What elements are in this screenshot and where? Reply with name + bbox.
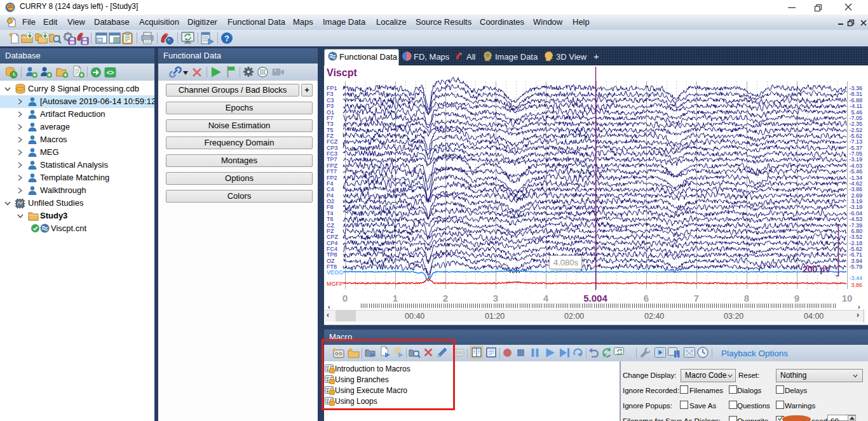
svg-text:4: 4 [543, 293, 549, 304]
svg-text:4.080s: 4.080s [553, 258, 579, 267]
svg-text:1: 1 [393, 293, 398, 304]
svg-text:3: 3 [493, 293, 498, 304]
svg-text:VEOG: VEOG [327, 269, 343, 276]
svg-text:10: 10 [842, 293, 853, 304]
svg-text:<>: <> [107, 69, 114, 76]
svg-text:?: ? [224, 34, 229, 43]
svg-text:200 µV: 200 µV [803, 264, 831, 274]
svg-text:0: 0 [342, 293, 348, 304]
svg-text:5.004: 5.004 [583, 293, 607, 304]
svg-text:‹: ‹ [328, 303, 330, 310]
svg-text:-5.79: -5.79 [849, 264, 862, 270]
svg-text:8: 8 [744, 293, 749, 304]
svg-text:-3.44: -3.44 [849, 275, 862, 281]
svg-text:7: 7 [694, 293, 699, 304]
svg-text:9: 9 [794, 293, 799, 304]
svg-text:MGFP: MGFP [327, 281, 343, 287]
svg-text:›: › [858, 303, 860, 310]
svg-text:6: 6 [644, 293, 649, 304]
svg-text:2: 2 [443, 293, 448, 304]
svg-text:3.86: 3.86 [851, 282, 862, 288]
